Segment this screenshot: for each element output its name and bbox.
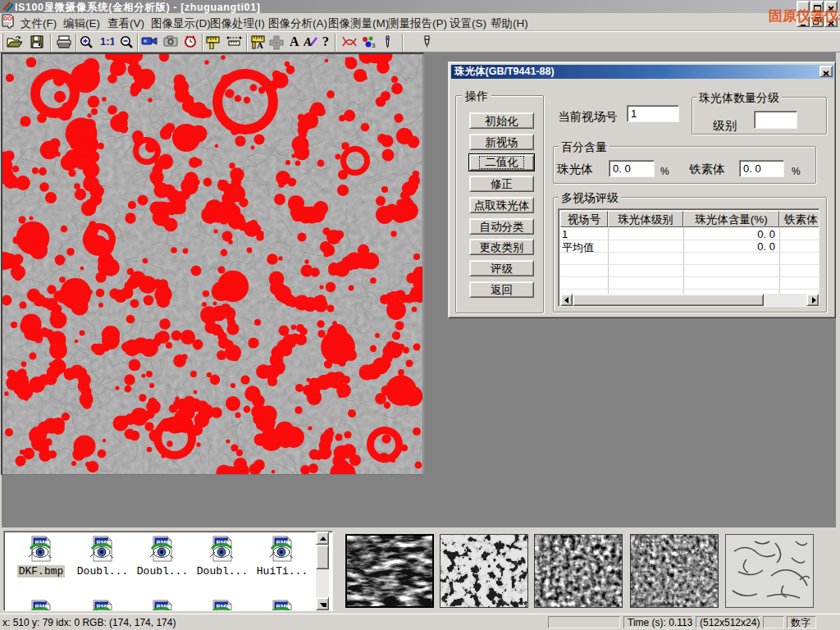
svg-text:1:1: 1:1	[100, 35, 114, 47]
svg-text:A: A	[257, 40, 263, 49]
svg-text:3: 3	[372, 42, 376, 48]
svg-text:DOC: DOC	[3, 16, 14, 21]
svg-text:?: ?	[322, 35, 329, 47]
svg-text:A: A	[290, 35, 299, 47]
